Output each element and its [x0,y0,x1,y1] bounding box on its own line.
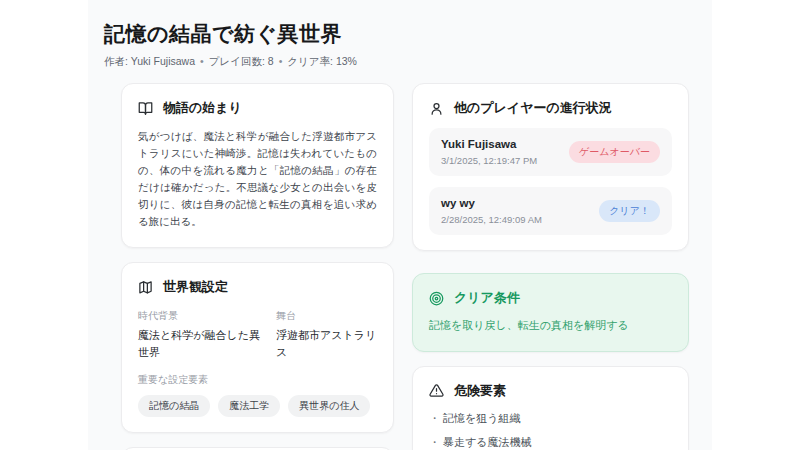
clear-condition-header: クリア条件 [429,289,672,307]
author-text: 作者: Yuki Fujisawa [104,55,195,67]
right-column: 他のプレイヤーの進行状況 Yuki Fujisawa 3/1/2025, 12:… [412,83,689,450]
meta-separator: • [279,55,283,67]
stage-value: 浮遊都市アストラリス [276,327,377,360]
page-meta: 作者: Yuki Fujisawa•プレイ回数: 8•クリア率: 13% [104,55,688,69]
player-row: Yuki Fujisawa 3/1/2025, 12:19:47 PM ゲームオ… [429,128,672,176]
story-card-title: 物語の始まり [163,99,242,117]
clear-condition-card: クリア条件 記憶を取り戻し、転生の真相を解明する [412,273,689,352]
status-badge-clear: クリア！ [599,200,660,222]
element-tag: 魔法工学 [218,395,280,417]
world-card-header: 世界観設定 [138,278,377,296]
cards-grid: 物語の始まり 気がつけば、魔法と科学が融合した浮遊都市アストラリスにいた神崎渉。… [121,83,688,450]
era-label: 時代背景 [138,309,262,323]
danger-item: ・暴走する魔法機械 [429,434,672,450]
bullet-char: ・ [429,436,440,448]
clear-rate-text: クリア率: 13% [287,55,357,67]
page-header: 記憶の結晶で紡ぐ異世界 作者: Yuki Fujisawa•プレイ回数: 8•ク… [104,20,688,69]
danger-item: ・記憶を狙う組織 [429,410,672,428]
clear-condition-title: クリア条件 [454,289,520,307]
danger-card: 危険要素 ・記憶を狙う組織 ・暴走する魔法機械 [412,366,689,450]
element-tags: 記憶の結晶 魔法工学 異世界の住人 [138,395,377,417]
danger-item-text: 記憶を狙う組織 [443,412,521,424]
era-value: 魔法と科学が融合した異世界 [138,327,262,360]
world-card-title: 世界観設定 [163,278,228,296]
elements-label: 重要な設定要素 [138,373,377,387]
players-card-title: 他のプレイヤーの進行状況 [454,99,612,117]
world-card: 世界観設定 時代背景 舞台 魔法と科学が融合した異世界 浮遊都市アストラリス 重… [121,262,394,433]
bullet-char: ・ [429,412,440,424]
world-fields: 時代背景 舞台 魔法と科学が融合した異世界 浮遊都市アストラリス [138,309,377,360]
players-card: 他のプレイヤーの進行状況 Yuki Fujisawa 3/1/2025, 12:… [412,83,689,251]
user-icon [429,101,444,116]
alert-triangle-icon [429,383,444,398]
status-badge-gameover: ゲームオーバー [569,141,660,163]
danger-card-header: 危険要素 [429,382,672,400]
clear-condition-text: 記憶を取り戻し、転生の真相を解明する [429,317,672,334]
book-open-icon [138,101,153,116]
target-icon [429,291,444,306]
page-title: 記憶の結晶で紡ぐ異世界 [104,20,688,48]
story-card: 物語の始まり 気がつけば、魔法と科学が融合した浮遊都市アストラリスにいた神崎渉。… [121,83,394,248]
player-datetime: 3/1/2025, 12:19:47 PM [441,155,537,166]
story-text: 気がつけば、魔法と科学が融合した浮遊都市アストラリスにいた神崎渉。記憶は失われて… [138,128,377,230]
stage-label: 舞台 [276,309,377,323]
player-name: Yuki Fujisawa [441,138,537,150]
danger-item-text: 暴走する魔法機械 [443,436,532,448]
map-icon [138,280,153,295]
element-tag: 異世界の住人 [288,395,370,417]
player-name: wy wy [441,197,542,209]
danger-list: ・記憶を狙う組織 ・暴走する魔法機械 [429,410,672,450]
story-card-header: 物語の始まり [138,99,377,117]
danger-card-title: 危険要素 [454,382,506,400]
meta-separator: • [200,55,204,67]
element-tag: 記憶の結晶 [138,395,210,417]
left-column: 物語の始まり 気がつけば、魔法と科学が融合した浮遊都市アストラリスにいた神崎渉。… [121,83,394,450]
content-area: 記憶の結晶で紡ぐ異世界 作者: Yuki Fujisawa•プレイ回数: 8•ク… [88,0,712,450]
player-row: wy wy 2/28/2025, 12:49:09 AM クリア！ [429,187,672,235]
players-card-header: 他のプレイヤーの進行状況 [429,99,672,117]
player-info: wy wy 2/28/2025, 12:49:09 AM [441,197,542,225]
player-datetime: 2/28/2025, 12:49:09 AM [441,214,542,225]
player-info: Yuki Fujisawa 3/1/2025, 12:19:47 PM [441,138,537,166]
play-count-text: プレイ回数: 8 [209,55,274,67]
